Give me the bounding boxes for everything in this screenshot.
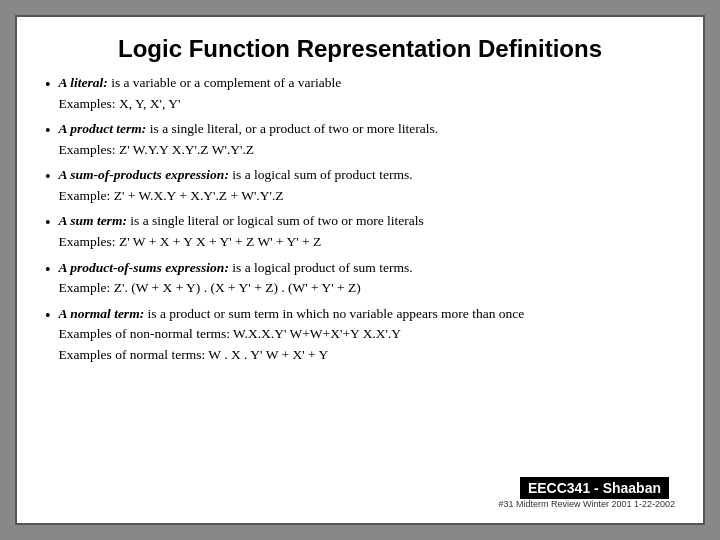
- examples-6-line1: Examples of non-normal terms: W.X.X.Y' W…: [59, 324, 675, 344]
- term-1: A literal:: [59, 75, 108, 90]
- examples-4: Examples: Z' W + X + Y X + Y' + Z W' + Y…: [59, 232, 675, 252]
- bullet-6: • A normal term: is a product or sum ter…: [45, 304, 675, 365]
- footer-info: #31 Midterm Review Winter 2001 1-22-2002: [498, 499, 675, 509]
- bullet-3: • A sum-of-products expression: is a log…: [45, 165, 675, 205]
- footer-badge: EECC341 - Shaaban: [520, 477, 669, 499]
- desc-2: is a single literal, or a product of two…: [146, 121, 438, 136]
- bullet-dot-4: •: [45, 211, 51, 234]
- term-5: A product-of-sums expression:: [59, 260, 229, 275]
- bullet-6-content: A normal term: is a product or sum term …: [59, 304, 675, 365]
- slide-title: Logic Function Representation Definition…: [45, 35, 675, 63]
- examples-6-line2: Examples of normal terms: W . X . Y' W +…: [59, 345, 675, 365]
- term-6: A normal term:: [59, 306, 145, 321]
- bullet-4-content: A sum term: is a single literal or logic…: [59, 211, 675, 251]
- term-3: A sum-of-products expression:: [59, 167, 229, 182]
- bullet-1-content: A literal: is a variable or a complement…: [59, 73, 675, 113]
- bullet-dot-1: •: [45, 73, 51, 96]
- desc-1: is a variable or a complement of a varia…: [108, 75, 342, 90]
- desc-4: is a single literal or logical sum of tw…: [127, 213, 424, 228]
- examples-1: Examples: X, Y, X', Y': [59, 94, 675, 114]
- bullet-2: • A product term: is a single literal, o…: [45, 119, 675, 159]
- slide: Logic Function Representation Definition…: [15, 15, 705, 525]
- desc-6: is a product or sum term in which no var…: [144, 306, 524, 321]
- desc-3: is a logical sum of product terms.: [229, 167, 413, 182]
- examples-5: Example: Z'. (W + X + Y) . (X + Y' + Z) …: [59, 278, 675, 298]
- bullet-dot-5: •: [45, 258, 51, 281]
- examples-2: Examples: Z' W.Y.Y X.Y'.Z W'.Y'.Z: [59, 140, 675, 160]
- bullet-3-content: A sum-of-products expression: is a logic…: [59, 165, 675, 205]
- bullet-5: • A product-of-sums expression: is a log…: [45, 258, 675, 298]
- content-area: • A literal: is a variable or a compleme…: [45, 73, 675, 471]
- bullet-dot-3: •: [45, 165, 51, 188]
- term-4: A sum term:: [59, 213, 127, 228]
- footer: EECC341 - Shaaban #31 Midterm Review Win…: [45, 477, 675, 509]
- bullet-5-content: A product-of-sums expression: is a logic…: [59, 258, 675, 298]
- bullet-4: • A sum term: is a single literal or log…: [45, 211, 675, 251]
- term-2: A product term:: [59, 121, 147, 136]
- bullet-dot-6: •: [45, 304, 51, 327]
- bullet-2-content: A product term: is a single literal, or …: [59, 119, 675, 159]
- desc-5: is a logical product of sum terms.: [229, 260, 413, 275]
- bullet-1: • A literal: is a variable or a compleme…: [45, 73, 675, 113]
- bullet-dot-2: •: [45, 119, 51, 142]
- examples-3: Example: Z' + W.X.Y + X.Y'.Z + W'.Y'.Z: [59, 186, 675, 206]
